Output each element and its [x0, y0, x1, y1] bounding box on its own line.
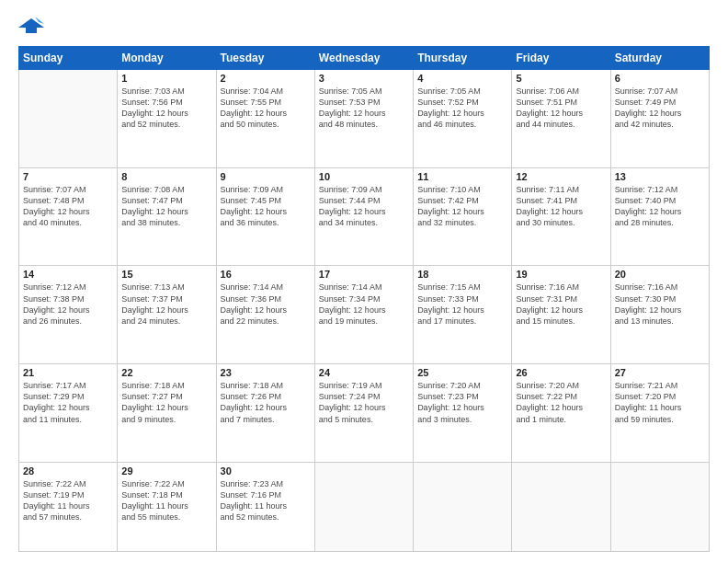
- svg-marker-0: [18, 18, 44, 33]
- day-info: Sunrise: 7:19 AMSunset: 7:24 PMDaylight:…: [319, 380, 409, 425]
- day-info: Sunrise: 7:09 AMSunset: 7:45 PMDaylight:…: [221, 184, 311, 229]
- calendar-cell: [512, 462, 610, 551]
- week-row-1: 1Sunrise: 7:03 AMSunset: 7:56 PMDaylight…: [19, 70, 710, 168]
- day-number: 3: [319, 73, 409, 84]
- day-info: Sunrise: 7:22 AMSunset: 7:19 PMDaylight:…: [23, 478, 113, 523]
- day-number: 22: [121, 367, 211, 378]
- week-row-5: 28Sunrise: 7:22 AMSunset: 7:19 PMDayligh…: [19, 462, 710, 551]
- day-info: Sunrise: 7:05 AMSunset: 7:52 PMDaylight:…: [417, 86, 507, 131]
- calendar-cell: [414, 462, 512, 551]
- calendar-cell: 28Sunrise: 7:22 AMSunset: 7:19 PMDayligh…: [19, 462, 118, 551]
- calendar-cell: 23Sunrise: 7:18 AMSunset: 7:26 PMDayligh…: [216, 364, 314, 463]
- day-number: 15: [121, 269, 211, 280]
- calendar-cell: 19Sunrise: 7:16 AMSunset: 7:31 PMDayligh…: [512, 266, 610, 364]
- calendar-cell: 2Sunrise: 7:04 AMSunset: 7:55 PMDaylight…: [216, 70, 314, 168]
- calendar-cell: [314, 462, 413, 551]
- day-number: 18: [417, 269, 507, 280]
- day-number: 12: [516, 171, 606, 182]
- week-row-4: 21Sunrise: 7:17 AMSunset: 7:29 PMDayligh…: [19, 364, 710, 463]
- calendar-cell: 20Sunrise: 7:16 AMSunset: 7:30 PMDayligh…: [610, 266, 709, 364]
- day-number: 26: [516, 367, 606, 378]
- weekday-header-friday: Friday: [512, 47, 610, 70]
- day-number: 20: [615, 269, 705, 280]
- day-number: 23: [221, 367, 311, 378]
- weekday-header-wednesday: Wednesday: [314, 47, 413, 70]
- calendar-cell: 26Sunrise: 7:20 AMSunset: 7:22 PMDayligh…: [512, 364, 610, 463]
- day-info: Sunrise: 7:09 AMSunset: 7:44 PMDaylight:…: [319, 184, 409, 229]
- day-info: Sunrise: 7:21 AMSunset: 7:20 PMDaylight:…: [615, 380, 705, 425]
- day-number: 1: [121, 73, 211, 84]
- calendar-cell: 13Sunrise: 7:12 AMSunset: 7:40 PMDayligh…: [610, 167, 709, 266]
- day-info: Sunrise: 7:15 AMSunset: 7:33 PMDaylight:…: [417, 282, 507, 327]
- weekday-header-saturday: Saturday: [610, 47, 709, 70]
- day-number: 25: [417, 367, 507, 378]
- day-number: 24: [319, 367, 409, 378]
- day-info: Sunrise: 7:20 AMSunset: 7:23 PMDaylight:…: [417, 380, 507, 425]
- calendar-cell: 8Sunrise: 7:08 AMSunset: 7:47 PMDaylight…: [118, 167, 216, 266]
- header: [18, 15, 710, 37]
- day-info: Sunrise: 7:10 AMSunset: 7:42 PMDaylight:…: [417, 184, 507, 229]
- weekday-header-monday: Monday: [118, 47, 216, 70]
- calendar-cell: 17Sunrise: 7:14 AMSunset: 7:34 PMDayligh…: [314, 266, 413, 364]
- day-number: 10: [319, 171, 409, 182]
- calendar-cell: 29Sunrise: 7:22 AMSunset: 7:18 PMDayligh…: [118, 462, 216, 551]
- calendar-cell: 30Sunrise: 7:23 AMSunset: 7:16 PMDayligh…: [216, 462, 314, 551]
- day-number: 30: [221, 465, 311, 477]
- weekday-header-thursday: Thursday: [414, 47, 512, 70]
- calendar-cell: 15Sunrise: 7:13 AMSunset: 7:37 PMDayligh…: [118, 266, 216, 364]
- day-number: 13: [615, 171, 705, 182]
- calendar-cell: 3Sunrise: 7:05 AMSunset: 7:53 PMDaylight…: [314, 70, 413, 168]
- day-number: 21: [23, 367, 113, 378]
- day-info: Sunrise: 7:04 AMSunset: 7:55 PMDaylight:…: [221, 86, 311, 131]
- day-info: Sunrise: 7:07 AMSunset: 7:48 PMDaylight:…: [23, 184, 113, 229]
- calendar-cell: 16Sunrise: 7:14 AMSunset: 7:36 PMDayligh…: [216, 266, 314, 364]
- day-info: Sunrise: 7:08 AMSunset: 7:47 PMDaylight:…: [121, 184, 211, 229]
- day-info: Sunrise: 7:12 AMSunset: 7:40 PMDaylight:…: [615, 184, 705, 229]
- day-info: Sunrise: 7:16 AMSunset: 7:30 PMDaylight:…: [615, 282, 705, 327]
- day-info: Sunrise: 7:05 AMSunset: 7:53 PMDaylight:…: [319, 86, 409, 131]
- day-number: 16: [221, 269, 311, 280]
- calendar-cell: 24Sunrise: 7:19 AMSunset: 7:24 PMDayligh…: [314, 364, 413, 463]
- week-row-2: 7Sunrise: 7:07 AMSunset: 7:48 PMDaylight…: [19, 167, 710, 266]
- day-number: 5: [516, 73, 606, 84]
- calendar-cell: 1Sunrise: 7:03 AMSunset: 7:56 PMDaylight…: [118, 70, 216, 168]
- page: SundayMondayTuesdayWednesdayThursdayFrid…: [0, 0, 728, 563]
- calendar-table: SundayMondayTuesdayWednesdayThursdayFrid…: [18, 46, 710, 552]
- weekday-header-row: SundayMondayTuesdayWednesdayThursdayFrid…: [19, 47, 710, 70]
- calendar-cell: 4Sunrise: 7:05 AMSunset: 7:52 PMDaylight…: [414, 70, 512, 168]
- calendar-cell: [610, 462, 709, 551]
- calendar-cell: [19, 70, 118, 168]
- calendar-cell: 21Sunrise: 7:17 AMSunset: 7:29 PMDayligh…: [19, 364, 118, 463]
- calendar-cell: 5Sunrise: 7:06 AMSunset: 7:51 PMDaylight…: [512, 70, 610, 168]
- calendar-cell: 18Sunrise: 7:15 AMSunset: 7:33 PMDayligh…: [414, 266, 512, 364]
- day-number: 19: [516, 269, 606, 280]
- day-info: Sunrise: 7:14 AMSunset: 7:34 PMDaylight:…: [319, 282, 409, 327]
- logo: [18, 15, 48, 37]
- day-number: 27: [615, 367, 705, 378]
- weekday-header-sunday: Sunday: [19, 47, 118, 70]
- day-info: Sunrise: 7:06 AMSunset: 7:51 PMDaylight:…: [516, 86, 606, 131]
- calendar-cell: 22Sunrise: 7:18 AMSunset: 7:27 PMDayligh…: [118, 364, 216, 463]
- week-row-3: 14Sunrise: 7:12 AMSunset: 7:38 PMDayligh…: [19, 266, 710, 364]
- weekday-header-tuesday: Tuesday: [216, 47, 314, 70]
- day-info: Sunrise: 7:11 AMSunset: 7:41 PMDaylight:…: [516, 184, 606, 229]
- day-info: Sunrise: 7:03 AMSunset: 7:56 PMDaylight:…: [121, 86, 211, 131]
- day-info: Sunrise: 7:18 AMSunset: 7:26 PMDaylight:…: [221, 380, 311, 425]
- day-number: 2: [221, 73, 311, 84]
- day-info: Sunrise: 7:13 AMSunset: 7:37 PMDaylight:…: [121, 282, 211, 327]
- calendar-cell: 11Sunrise: 7:10 AMSunset: 7:42 PMDayligh…: [414, 167, 512, 266]
- day-number: 14: [23, 269, 113, 280]
- day-number: 28: [23, 465, 113, 477]
- day-info: Sunrise: 7:07 AMSunset: 7:49 PMDaylight:…: [615, 86, 705, 131]
- day-info: Sunrise: 7:22 AMSunset: 7:18 PMDaylight:…: [121, 478, 211, 523]
- calendar-cell: 6Sunrise: 7:07 AMSunset: 7:49 PMDaylight…: [610, 70, 709, 168]
- calendar-cell: 10Sunrise: 7:09 AMSunset: 7:44 PMDayligh…: [314, 167, 413, 266]
- day-info: Sunrise: 7:17 AMSunset: 7:29 PMDaylight:…: [23, 380, 113, 425]
- calendar-cell: 7Sunrise: 7:07 AMSunset: 7:48 PMDaylight…: [19, 167, 118, 266]
- day-info: Sunrise: 7:18 AMSunset: 7:27 PMDaylight:…: [121, 380, 211, 425]
- day-number: 29: [121, 465, 211, 477]
- logo-icon: [18, 15, 44, 37]
- day-number: 6: [615, 73, 705, 84]
- day-number: 7: [23, 171, 113, 182]
- calendar-cell: 12Sunrise: 7:11 AMSunset: 7:41 PMDayligh…: [512, 167, 610, 266]
